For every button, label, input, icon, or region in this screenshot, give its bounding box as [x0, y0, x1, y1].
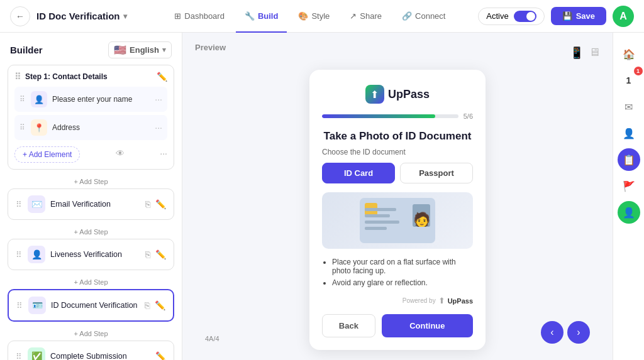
chevron-down-icon: ▾ [162, 46, 166, 54]
rail-notification-icon[interactable]: 1 [618, 69, 640, 92]
step-complete-label: Complete Submission [50, 352, 150, 360]
step-header: ⠿ Step 1: Contact Details ✏️ [14, 72, 167, 82]
sidebar-header: Builder 🇺🇸 English ▾ [0, 33, 182, 65]
step-liveness: ⠿ 👤 Liveness Verification ⎘ ✏️ [8, 239, 174, 270]
add-step-label: + Add Step [74, 228, 108, 236]
language-label: English [130, 45, 159, 55]
rail-home-icon[interactable]: 🏠 [618, 43, 640, 65]
rail-person-icon[interactable]: 👤 [618, 122, 640, 145]
tab-dashboard-label: Dashboard [184, 11, 225, 21]
right-rail: 🏠 1 ✉ 👤 📋 🚩 👤 [613, 33, 644, 360]
drag-handle-icon[interactable]: ⠿ [19, 123, 26, 132]
add-step-4[interactable]: + Add Step [8, 327, 174, 341]
preview-container: ⬆ UpPass 5/6 Take a Photo of ID Document… [195, 70, 600, 350]
tab-build[interactable]: 🔧 Build [236, 8, 287, 25]
save-icon: 💾 [562, 11, 572, 21]
powered-by-text: Powered by [402, 297, 436, 304]
page-label: 4A/4 [205, 335, 219, 342]
copy-icon[interactable]: ⎘ [145, 249, 150, 259]
instructions-list: Place your card on a flat surface with p… [322, 258, 473, 287]
progress-bar-container: 5/6 [322, 112, 473, 120]
field-options-icon[interactable]: ··· [155, 94, 162, 104]
id-line-3 [365, 221, 399, 224]
language-selector[interactable]: 🇺🇸 English ▾ [108, 41, 172, 58]
copy-icon[interactable]: ⎘ [145, 199, 150, 209]
desktop-view-button[interactable]: 🖥 [589, 46, 600, 60]
add-element-button[interactable]: + Add Element [14, 146, 80, 163]
uppass-small-icon: ⬆ [438, 296, 445, 305]
tab-share-label: Share [360, 11, 382, 21]
person-icon: 🧑 [413, 213, 430, 227]
drag-handle-icon[interactable]: ⠿ [19, 95, 26, 104]
sidebar-content: ⠿ Step 1: Contact Details ✏️ ⠿ 👤 Please … [0, 65, 182, 360]
card-heading: Take a Photo of ID Document [322, 130, 473, 143]
app-title-text: ID Doc Verification [36, 11, 120, 21]
edit-icon[interactable]: ✏️ [155, 300, 165, 310]
rail-clipboard-icon[interactable]: 📋 [618, 148, 640, 171]
drag-handle-icon[interactable]: ⠿ [16, 352, 23, 361]
powered-by: Powered by ⬆ UpPass [322, 296, 473, 305]
rail-mail-icon[interactable]: ✉ [618, 95, 640, 118]
bullet-2: Avoid any glare or reflection. [332, 278, 473, 287]
nav-right-controls: Active 💾 Save A [478, 6, 634, 27]
step-email-label: Email Verification [50, 200, 140, 209]
edit-icon[interactable]: ✏️ [155, 199, 166, 209]
copy-icon[interactable]: ⎘ [145, 300, 150, 310]
uppass-logo: ⬆ UpPass [322, 85, 473, 104]
doc-tab-passport[interactable]: Passport [400, 163, 473, 183]
back-footer-button[interactable]: Back [322, 314, 375, 337]
back-button[interactable]: ← [10, 6, 30, 26]
next-arrow-button[interactable]: › [567, 321, 590, 344]
continue-button[interactable]: Continue [382, 314, 473, 337]
preview-top-bar: Preview 📱 🖥 [195, 43, 600, 62]
step-id-doc-label: ID Document Verification [51, 301, 140, 310]
id-card-photo: 🧑 [413, 204, 430, 227]
active-toggle[interactable]: Active [478, 8, 544, 25]
progress-label: 5/6 [464, 112, 473, 120]
mobile-view-button[interactable]: 📱 [570, 46, 584, 60]
drag-handle-icon[interactable]: ⠿ [16, 301, 23, 310]
save-button[interactable]: 💾 Save [551, 7, 606, 25]
field-options-icon[interactable]: ··· [155, 123, 162, 133]
rail-user-icon[interactable]: 👤 [618, 201, 640, 224]
step-contact-details: ⠿ Step 1: Contact Details ✏️ ⠿ 👤 Please … [8, 65, 174, 170]
add-step-1[interactable]: + Add Step [8, 175, 174, 188]
step-edit-icon[interactable]: ✏️ [157, 72, 167, 82]
add-step-3[interactable]: + Add Step [8, 275, 174, 289]
id-doc-step-icon: 🪪 [28, 297, 46, 314]
preview-title: Preview [195, 43, 226, 52]
drag-handle-icon[interactable]: ⠿ [16, 200, 23, 209]
user-avatar[interactable]: A [613, 6, 634, 27]
liveness-step-icon: 👤 [28, 246, 45, 263]
card-footer: Back Continue [322, 314, 473, 337]
prev-arrow-button[interactable]: ‹ [541, 321, 564, 344]
flag-icon: 🇺🇸 [114, 44, 126, 56]
drag-handle-icon[interactable]: ⠿ [14, 72, 21, 82]
add-step-2[interactable]: + Add Step [8, 225, 174, 239]
edit-icon[interactable]: ✏️ [155, 351, 166, 360]
chevron-down-icon[interactable]: ▾ [123, 12, 127, 21]
add-element-label: + Add Element [23, 150, 72, 159]
drag-handle-icon[interactable]: ⠿ [16, 250, 23, 259]
id-line-1 [365, 208, 396, 211]
toggle-pill[interactable] [514, 11, 536, 22]
step-liveness-label: Liveness Verification [50, 250, 140, 259]
visibility-icon[interactable]: 👁 [116, 148, 125, 158]
field-address: ⠿ 📍 Address ··· [14, 115, 167, 140]
tab-dashboard[interactable]: ⊞ Dashboard [165, 8, 233, 25]
id-card-illustration: 🧑 [322, 192, 473, 249]
card-subtext: Choose the ID document [322, 148, 473, 156]
more-icon[interactable]: ··· [160, 148, 167, 158]
tab-style[interactable]: 🎨 Style [289, 8, 338, 25]
rail-flag-icon[interactable]: 🚩 [618, 175, 640, 197]
step-actions: ✏️ [155, 351, 166, 360]
tab-share[interactable]: ↗ Share [341, 8, 391, 25]
id-card-lines [365, 208, 399, 230]
edit-icon[interactable]: ✏️ [155, 249, 166, 259]
field-name-label: Please enter your name [52, 95, 150, 104]
logo-text: UpPass [388, 88, 430, 101]
doc-tab-id-card[interactable]: ID Card [322, 163, 395, 183]
tab-connect[interactable]: 🔗 Connect [393, 8, 454, 25]
sidebar-title: Builder [10, 45, 43, 55]
complete-step-icon: ✅ [28, 347, 45, 360]
